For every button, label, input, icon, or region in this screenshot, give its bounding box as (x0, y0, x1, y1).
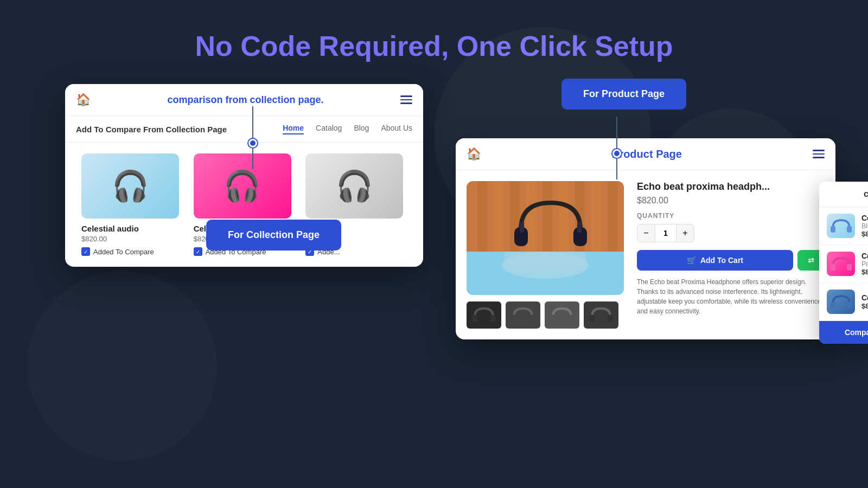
svg-rect-27 (831, 264, 835, 270)
compare-checkbox-2[interactable]: ✓ (194, 247, 202, 256)
collection-window-header: 🏠 comparison from collection page. (65, 84, 423, 116)
product-info: Echo beat proxima headph... $820.00 QUAN… (637, 181, 825, 329)
svg-rect-24 (608, 315, 613, 322)
for-collection-page-button[interactable]: For Collection Page (206, 220, 341, 251)
connector-line-bottom (252, 147, 253, 169)
widget-item-info-2: Celestial audio Pink / Wireless $820.00 (861, 252, 868, 276)
left-section: 🏠 comparison from collection page. Add T… (65, 84, 423, 267)
svg-rect-25 (831, 226, 835, 232)
for-product-page-button[interactable]: For Product Page (561, 79, 686, 110)
compare-arrows-icon: ⇄ (808, 256, 814, 265)
product-info-name: Echo beat proxima headph... (637, 181, 825, 192)
product-thumbnails (467, 301, 624, 329)
main-content: 🏠 comparison from collection page. Add T… (0, 84, 868, 453)
product-card-1: 🎧 Celestial audio $820.00 ✓ Added To Com… (76, 153, 188, 256)
widget-item-info-1: Celestial audio Blue / Wireless $820.00 (861, 214, 868, 238)
quantity-control: − 1 + (637, 224, 694, 242)
svg-rect-29 (831, 301, 835, 308)
svg-rect-7 (559, 181, 569, 252)
connector-line-top (252, 106, 253, 139)
nav-link-about[interactable]: About Us (381, 124, 412, 134)
thumbnail-3[interactable] (545, 301, 579, 329)
product-image-3: 🎧 (305, 153, 403, 219)
right-section: For Product Page 🏠 Product Page (456, 84, 835, 339)
thumbnail-2[interactable] (506, 301, 540, 329)
menu-icon (400, 95, 412, 104)
thumbnail-4[interactable] (584, 301, 618, 329)
compare-widget-title: comparison widget (864, 189, 868, 199)
nav-link-home[interactable]: Home (283, 124, 304, 134)
nav-link-blog[interactable]: Blog (354, 124, 369, 134)
connector-right-dot (612, 149, 621, 158)
connector-right-line-bottom (616, 158, 617, 179)
product-window-title: Product Page (612, 148, 682, 160)
svg-rect-22 (569, 315, 574, 322)
svg-rect-15 (520, 222, 524, 233)
page-header: No Code Required, One Click Setup (0, 0, 868, 84)
svg-rect-2 (477, 181, 487, 252)
compare-widget-header: comparison widget (819, 182, 868, 207)
product-image-2: 🎧 (194, 153, 291, 219)
quantity-value: 1 (655, 224, 676, 242)
connector-right-line-top (616, 117, 617, 149)
widget-item-3: Celestial audio $820.00 ✕ (819, 283, 868, 321)
widget-item-image-3 (827, 290, 855, 314)
svg-rect-18 (490, 315, 496, 322)
svg-rect-28 (847, 264, 852, 270)
widget-compare-button[interactable]: Compare (819, 321, 868, 344)
thumbnail-1[interactable] (467, 301, 501, 329)
svg-rect-9 (591, 181, 601, 252)
widget-item-info-3: Celestial audio $820.00 (861, 293, 868, 310)
svg-rect-10 (608, 181, 617, 252)
svg-rect-17 (472, 315, 477, 322)
connector-dot (248, 139, 257, 147)
widget-item-price-1: $820.00 (861, 230, 868, 238)
quantity-increase-button[interactable]: + (676, 224, 694, 242)
product-image-1: 🎧 (81, 153, 179, 219)
product-compare-1: ✓ Added To Compare (81, 247, 183, 256)
nav-link-catalog[interactable]: Catalog (316, 124, 342, 134)
widget-item-variant-2: Pink / Wireless (861, 260, 868, 268)
svg-rect-6 (542, 181, 552, 252)
svg-rect-26 (847, 226, 852, 232)
svg-rect-19 (511, 315, 516, 322)
home-icon: 🏠 (76, 93, 91, 107)
nav-links: Home Catalog Blog About Us (283, 124, 412, 134)
add-to-cart-button[interactable]: 🛒 Add To Cart (637, 250, 793, 271)
product-window: 🏠 Product Page (456, 138, 835, 339)
widget-footer: Compare Remove All (819, 321, 868, 344)
widget-item-image-1 (827, 214, 855, 238)
product-images-section (467, 181, 624, 329)
widget-item-price-2: $820.00 (861, 268, 868, 276)
widget-item-variant-1: Blue / Wireless (861, 222, 868, 230)
product-home-icon: 🏠 (467, 147, 481, 161)
product-info-price: $820.00 (637, 196, 825, 206)
widget-item-price-3: $820.00 (861, 302, 868, 310)
product-price-1: $820.00 (81, 235, 183, 243)
product-name-1: Celestial audio (81, 224, 183, 233)
connector-right (612, 117, 621, 179)
product-window-header: 🏠 Product Page (456, 138, 835, 170)
quantity-label: QUANTITY (637, 212, 825, 220)
widget-item-name-2: Celestial audio (861, 252, 868, 260)
collection-window-title: comparison from collection page. (167, 94, 323, 106)
quantity-decrease-button[interactable]: − (637, 224, 655, 242)
svg-rect-23 (589, 315, 595, 322)
product-scene-svg (467, 181, 624, 295)
compare-checkbox-1[interactable]: ✓ (81, 247, 90, 256)
widget-item-image-2 (827, 252, 855, 276)
svg-rect-12 (505, 252, 586, 268)
headphone-icon-3: 🎧 (336, 169, 373, 204)
product-main: Echo beat proxima headph... $820.00 QUAN… (456, 170, 835, 339)
cart-icon: 🛒 (687, 256, 696, 265)
svg-rect-21 (550, 315, 556, 322)
compare-widget: comparison widget Celestial audio Blue /… (819, 182, 868, 344)
collection-nav: Add To Compare From Collection Page Home… (65, 116, 423, 143)
widget-item-name-3: Celestial audio (861, 293, 868, 302)
svg-rect-16 (577, 222, 582, 233)
svg-rect-30 (847, 301, 852, 308)
connector-left (248, 106, 257, 169)
collection-nav-title: Add To Compare From Collection Page (76, 125, 266, 134)
product-main-img-inner (467, 181, 624, 295)
widget-item-2: Celestial audio Pink / Wireless $820.00 … (819, 245, 868, 283)
